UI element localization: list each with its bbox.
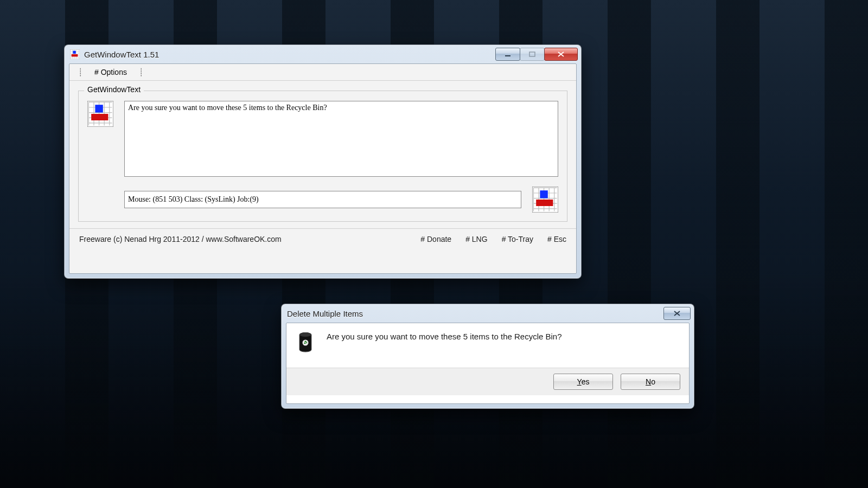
menu-bar: ┊ # Options ┊ [69,64,576,81]
svg-rect-3 [505,55,510,56]
maximize-button[interactable] [520,48,545,61]
desktop-wallpaper: GetWindowText 1.51 ┊ # Options ┊ [0,0,868,488]
no-button[interactable]: No [621,374,680,390]
dialog-title: Delete Multiple Items [287,309,363,318]
dialog-button-row: Yes No [286,368,689,395]
crosshair-drag-icon[interactable] [532,187,558,213]
to-tray-link[interactable]: # To-Tray [502,235,533,243]
minimize-button[interactable] [495,48,520,61]
donate-link[interactable]: # Donate [420,235,451,243]
svg-point-12 [299,332,311,337]
svg-rect-4 [529,52,535,56]
dialog-close-button[interactable] [663,307,691,320]
language-link[interactable]: # LNG [465,235,487,243]
window-title: GetWindowText 1.51 [84,50,159,59]
dialog-message: Are you sure you want to move these 5 it… [327,331,562,341]
group-label: GetWindowText [84,85,144,94]
svg-rect-10 [536,200,553,206]
copyright-text: Freeware (c) Nenad Hrg 2011-2012 / www.S… [79,235,282,243]
app-icon [70,49,80,59]
app-icon-large [87,101,113,127]
footer-bar: Freeware (c) Nenad Hrg 2011-2012 / www.S… [69,228,576,249]
getwindowtext-window: GetWindowText 1.51 ┊ # Options ┊ [64,44,582,279]
titlebar[interactable]: GetWindowText 1.51 [65,45,581,63]
svg-rect-9 [540,190,547,198]
svg-rect-6 [95,105,103,112]
captured-text-output[interactable] [124,101,558,177]
svg-rect-2 [72,54,78,57]
close-button[interactable] [544,48,578,61]
menu-separator-icon: ┊ [139,68,143,76]
menu-separator-icon: ┊ [78,68,82,76]
status-line-input[interactable] [124,191,521,208]
recycle-bin-icon [296,331,315,355]
options-menu[interactable]: # Options [94,68,127,76]
svg-rect-7 [91,114,108,120]
yes-button[interactable]: Yes [553,374,613,390]
delete-dialog-window: Delete Multiple Items [281,304,694,409]
esc-link[interactable]: # Esc [547,235,566,243]
getwindowtext-group: GetWindowText [78,91,567,222]
dialog-titlebar[interactable]: Delete Multiple Items [282,304,694,323]
svg-rect-1 [73,51,75,54]
